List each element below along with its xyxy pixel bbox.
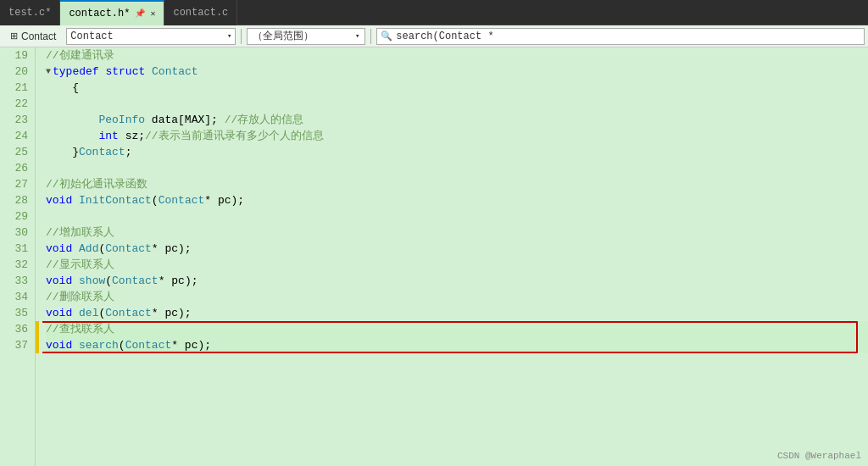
watermark: CSDN @Weraphael [777,451,861,461]
search-label: search(Contact * [396,31,493,42]
line-num-21: 21 [3,80,28,96]
code-line-22 [46,96,868,112]
chevron-down-icon: ▾ [227,31,231,41]
code-line-31: void Add(Contact* pc); [46,241,868,257]
nav-icon-btn[interactable]: ⊞ Contact [3,29,63,44]
code-line-24: int sz;//表示当前通讯录有多少个人的信息 [46,128,868,144]
code-line-28: void InitContact(Contact* pc); [46,192,868,208]
code-line-27: //初始化通讯录函数 [46,176,868,192]
line-num-32: 32 [3,257,28,273]
line-num-37: 37 [3,337,28,353]
tab-test-c-label: test.c* [8,7,51,19]
gutter [36,47,42,466]
line-num-24: 24 [3,128,28,144]
line-num-36: 36 [3,321,28,337]
code-line-25: }Contact; [46,144,868,160]
line-num-20: 20 [3,64,28,80]
code-line-36: //查找联系人 [46,321,868,337]
code-line-34: //删除联系人 [46,289,868,305]
toolbar: ⊞ Contact Contact ▾ （全局范围） ▾ 🔍 search(Co… [0,25,868,47]
code-line-29 [46,208,868,225]
code-line-23: PeoInfo data[MAX]; //存放人的信息 [46,112,868,128]
toolbar-separator [241,29,242,44]
tab-contact-c-label: contact.c [173,7,228,19]
gutter-mark-37 [36,337,39,353]
editor-area: 19 20 21 22 23 24 25 26 27 28 29 30 31 3… [0,47,868,466]
scope-dropdown[interactable]: （全局范围） ▾ [247,28,365,45]
code-line-37: void search(Contact* pc); [46,337,868,353]
line-num-22: 22 [3,96,28,112]
code-line-32: //显示联系人 [46,257,868,273]
tab-test-c[interactable]: test.c* [0,0,60,25]
line-num-19: 19 [3,47,28,64]
nav-grid-icon: ⊞ [10,31,18,42]
code-line-30: //增加联系人 [46,225,868,241]
line-num-34: 34 [3,289,28,305]
scope-label: （全局范围） [253,29,314,43]
scope-chevron-icon: ▾ [355,31,359,41]
code-line-33: void show(Contact* pc); [46,273,868,289]
line-num-33: 33 [3,273,28,289]
line-num-28: 28 [3,192,28,208]
line-num-30: 30 [3,225,28,241]
tab-contact-h-label: contact.h* [69,8,130,19]
nav-dropdown-label: Contact [70,31,113,42]
close-icon[interactable]: ✕ [150,8,155,19]
code-line-19: //创建通讯录 [46,47,868,64]
search-box[interactable]: 🔍 search(Contact * [376,28,865,45]
code-line-26 [46,160,868,176]
nav-dropdown[interactable]: Contact ▾ [66,28,236,45]
code-line-35: void del(Contact* pc); [46,305,868,321]
code-line-21: { [46,80,868,96]
line-num-26: 26 [3,160,28,176]
line-num-25: 25 [3,144,28,160]
nav-label: Contact [21,31,56,42]
line-num-35: 35 [3,305,28,321]
tab-contact-h[interactable]: contact.h* 📌 ✕ [60,0,164,25]
pin-icon: 📌 [135,8,145,19]
line-numbers: 19 20 21 22 23 24 25 26 27 28 29 30 31 3… [0,47,36,466]
search-icon: 🔍 [381,31,392,42]
line-num-23: 23 [3,112,28,128]
tab-bar: test.c* contact.h* 📌 ✕ contact.c [0,0,868,25]
gutter-mark-36 [36,321,39,337]
line-num-27: 27 [3,176,28,192]
tab-contact-c[interactable]: contact.c [164,0,237,25]
code-area[interactable]: //创建通讯录 ▼typedef struct Contact { PeoInf… [42,47,868,466]
code-line-20: ▼typedef struct Contact [46,64,868,80]
app-window: test.c* contact.h* 📌 ✕ contact.c ⊞ Conta… [0,0,868,466]
line-num-31: 31 [3,241,28,257]
line-num-29: 29 [3,208,28,225]
collapse-icon-20[interactable]: ▼ [46,64,51,80]
toolbar-separator-2 [370,29,371,44]
